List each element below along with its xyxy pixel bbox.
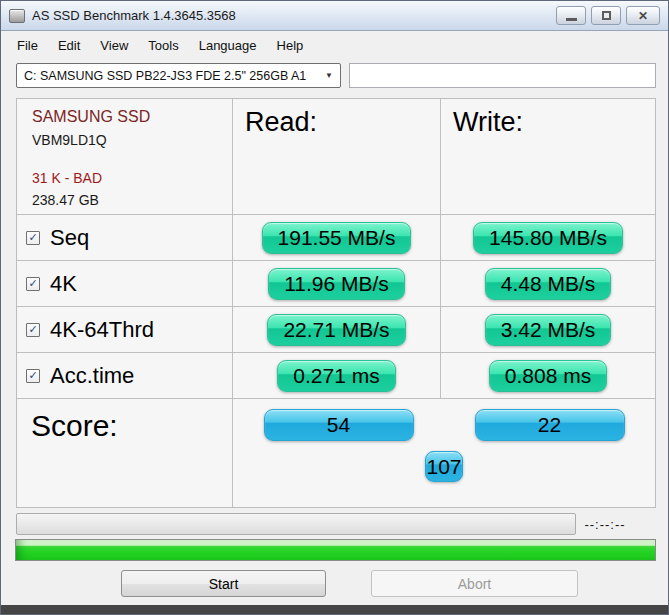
check-icon: ✓ (28, 324, 37, 335)
acctime-read-value: 0.271 ms (277, 360, 395, 392)
score-subscores: 54 22 (233, 409, 655, 441)
drive-select-value: C: SAMSUNG SSD PB22-JS3 FDE 2.5" 256GB A… (24, 69, 306, 83)
menu-file[interactable]: File (7, 34, 48, 57)
seq-write-value: 145.80 MB/s (473, 222, 623, 254)
drive-select-dropdown[interactable]: C: SAMSUNG SSD PB22-JS3 FDE 2.5" 256GB A… (16, 63, 341, 88)
score-label: Score: (17, 399, 232, 507)
write-column-header: Write: (441, 99, 655, 214)
4k-label: 4K (50, 271, 77, 297)
menu-edit[interactable]: Edit (48, 34, 90, 57)
menu-help[interactable]: Help (267, 34, 314, 57)
window-title: AS SSD Benchmark 1.4.3645.3568 (32, 8, 236, 23)
seq-row-label: ✓ Seq (17, 215, 232, 260)
side-textbox[interactable] (349, 63, 656, 88)
drive-firmware: VBM9LD1Q (32, 132, 217, 148)
acctime-label: Acc.time (50, 363, 134, 389)
drive-model: SAMSUNG SSD (32, 108, 217, 126)
maximize-icon (602, 11, 611, 20)
abort-button: Abort (371, 570, 578, 597)
read-score-value: 54 (264, 409, 414, 441)
drive-alignment-status: 31 K - BAD (32, 170, 217, 186)
close-icon: ✕ (638, 9, 648, 23)
4k64thrd-row-label: ✓ 4K-64Thrd (17, 307, 232, 352)
title-bar[interactable]: AS SSD Benchmark 1.4.3645.3568 ✕ (1, 1, 668, 31)
benchmark-progress-bar (16, 513, 576, 535)
check-icon: ✓ (28, 370, 37, 381)
menu-view[interactable]: View (90, 34, 138, 57)
acctime-read-cell: 0.271 ms (233, 353, 440, 398)
4k64thrd-write-value: 3.42 MB/s (485, 314, 612, 346)
acctime-write-value: 0.808 ms (489, 360, 607, 392)
chevron-down-icon: ▼ (325, 71, 333, 80)
4k-read-cell: 11.96 MB/s (233, 261, 440, 306)
window-bottom-frame (1, 605, 668, 614)
4k64thrd-read-value: 22.71 MB/s (267, 314, 405, 346)
seq-read-value: 191.55 MB/s (262, 222, 412, 254)
menu-bar: File Edit View Tools Language Help (1, 31, 668, 59)
results-table: SAMSUNG SSD VBM9LD1Q 31 K - BAD 238.47 G… (16, 98, 656, 508)
app-window: AS SSD Benchmark 1.4.3645.3568 ✕ File Ed… (0, 0, 669, 615)
4k64thrd-read-cell: 22.71 MB/s (233, 307, 440, 352)
seq-checkbox[interactable]: ✓ (26, 231, 40, 245)
elapsed-time: --:--:-- (560, 517, 650, 532)
write-score-value: 22 (475, 409, 625, 441)
seq-write-cell: 145.80 MB/s (441, 215, 655, 260)
4k-checkbox[interactable]: ✓ (26, 277, 40, 291)
app-icon (9, 9, 25, 23)
drive-capacity: 238.47 GB (32, 192, 217, 208)
check-icon: ✓ (28, 232, 37, 243)
4k-write-value: 4.48 MB/s (485, 268, 612, 300)
acctime-row-label: ✓ Acc.time (17, 353, 232, 398)
window-controls: ✕ (556, 6, 660, 25)
4k-read-value: 11.96 MB/s (268, 268, 405, 300)
seq-read-cell: 191.55 MB/s (233, 215, 440, 260)
score-values-cell: 54 22 107 (233, 399, 655, 507)
4k64thrd-label: 4K-64Thrd (50, 317, 154, 343)
drive-info-cell: SAMSUNG SSD VBM9LD1Q 31 K - BAD 238.47 G… (17, 99, 232, 214)
menu-tools[interactable]: Tools (138, 34, 188, 57)
minimize-button[interactable] (556, 6, 586, 25)
seq-label: Seq (50, 225, 89, 251)
drive-toolbar: C: SAMSUNG SSD PB22-JS3 FDE 2.5" 256GB A… (16, 63, 656, 88)
close-button[interactable]: ✕ (626, 6, 660, 25)
acctime-checkbox[interactable]: ✓ (26, 369, 40, 383)
4k-write-cell: 4.48 MB/s (441, 261, 655, 306)
4k-row-label: ✓ 4K (17, 261, 232, 306)
acctime-write-cell: 0.808 ms (441, 353, 655, 398)
check-icon: ✓ (28, 278, 37, 289)
start-button[interactable]: Start (121, 570, 326, 597)
minimize-icon (566, 18, 577, 21)
menu-language[interactable]: Language (189, 34, 267, 57)
4k64thrd-write-cell: 3.42 MB/s (441, 307, 655, 352)
total-score-value: 107 (425, 451, 462, 482)
maximize-button[interactable] (591, 6, 621, 25)
4k64thrd-checkbox[interactable]: ✓ (26, 323, 40, 337)
read-column-header: Read: (233, 99, 440, 214)
overall-progress-bar (15, 539, 656, 561)
